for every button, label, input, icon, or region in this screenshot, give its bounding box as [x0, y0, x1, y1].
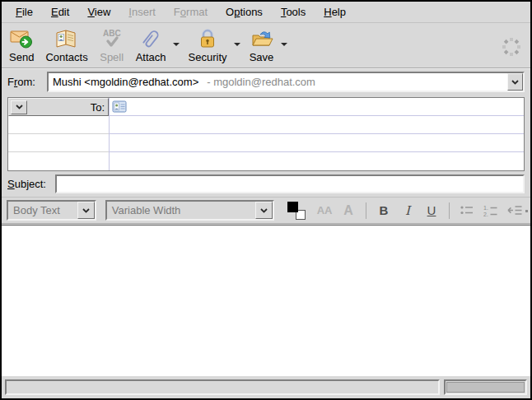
toolbar-overflow-indicator	[525, 210, 528, 212]
main-toolbar: Send Contacts ABC	[2, 23, 530, 68]
paperclip-icon	[140, 27, 161, 50]
spell-label: Spell	[100, 51, 124, 63]
attach-dropdown-arrow[interactable]	[172, 43, 180, 46]
increase-font-size-button[interactable]: A	[338, 201, 359, 221]
attach-label: Attach	[136, 51, 166, 63]
subject-label: Subject:	[7, 178, 55, 190]
recipient-type-label: To:	[91, 101, 105, 114]
empty-recipient-row[interactable]	[8, 152, 524, 170]
font-value: Variable Width	[112, 204, 181, 216]
security-dropdown-arrow[interactable]	[233, 43, 241, 46]
save-folder-icon	[250, 27, 274, 50]
recipient-type-dropdown-arrow[interactable]	[11, 100, 27, 114]
menu-view[interactable]: View	[78, 3, 119, 21]
status-text-panel	[5, 379, 440, 395]
attach-button[interactable]: Attach	[130, 25, 172, 67]
italic-button[interactable]: I	[397, 201, 418, 221]
empty-recipient-row[interactable]	[8, 134, 524, 152]
paragraph-style-value: Body Text	[13, 204, 60, 216]
spell-button[interactable]: ABC Spell	[94, 25, 130, 67]
contacts-button[interactable]: Contacts	[40, 25, 93, 67]
empty-recipient-row[interactable]	[8, 116, 524, 134]
from-identity-value: Mushi <mgoldin@redhat.com>	[53, 76, 198, 88]
numbered-list-button[interactable]: 1. 2.	[480, 201, 502, 221]
font-combobox[interactable]: Variable Width	[105, 200, 275, 221]
save-button[interactable]: Save	[244, 25, 280, 67]
progress-bar-chunk	[446, 382, 525, 393]
send-label: Send	[9, 51, 34, 63]
outdent-button[interactable]	[504, 201, 525, 221]
from-identity-combobox[interactable]: Mushi <mgoldin@redhat.com> - mgoldin@red…	[47, 72, 525, 92]
address-book-icon	[54, 27, 79, 50]
contacts-label: Contacts	[45, 51, 87, 63]
foreground-color-swatch	[287, 202, 298, 212]
contact-card-icon	[112, 100, 127, 113]
save-dropdown-arrow[interactable]	[280, 43, 288, 46]
format-toolbar: Body Text Variable Width AA A B I U	[2, 197, 530, 224]
from-combo-arrow[interactable]	[507, 73, 523, 91]
menu-file[interactable]: File	[7, 3, 42, 21]
security-label: Security	[189, 51, 227, 63]
addressing-widget: To:	[7, 97, 525, 171]
menu-tools[interactable]: Tools	[272, 3, 315, 21]
message-body-editor[interactable]	[2, 225, 530, 376]
menu-insert[interactable]: Insert	[119, 3, 165, 21]
paragraph-style-combobox[interactable]: Body Text	[7, 200, 96, 221]
send-button[interactable]: Send	[3, 25, 40, 67]
menu-help[interactable]: Help	[315, 3, 355, 21]
recipient-address-input[interactable]	[109, 98, 524, 116]
decrease-font-size-button[interactable]: AA	[314, 201, 335, 221]
separator	[366, 202, 366, 219]
menu-edit[interactable]: Edit	[42, 3, 78, 21]
paragraph-style-arrow[interactable]	[77, 202, 95, 219]
recipient-row: To:	[8, 98, 524, 116]
svg-text:2.: 2.	[483, 212, 488, 217]
menu-options[interactable]: Options	[217, 3, 272, 21]
svg-text:ABC: ABC	[103, 29, 121, 38]
bullet-list-button[interactable]	[456, 201, 478, 221]
progress-bar	[444, 379, 527, 395]
compose-window: File Edit View Insert Format Options Too…	[0, 0, 532, 400]
bold-button[interactable]: B	[373, 201, 394, 221]
activity-throbber-icon	[501, 36, 522, 58]
from-identity-secondary: - mgoldin@redhat.com	[207, 76, 315, 88]
svg-text:1.: 1.	[483, 205, 488, 211]
separator	[449, 202, 450, 219]
subject-row: Subject:	[2, 171, 530, 197]
menubar: File Edit View Insert Format Options Too…	[2, 2, 530, 23]
text-color-picker[interactable]	[287, 202, 306, 220]
menu-format[interactable]: Format	[165, 3, 217, 21]
font-combo-arrow[interactable]	[255, 202, 273, 219]
subject-input[interactable]	[55, 174, 525, 193]
send-envelope-icon	[10, 27, 33, 50]
padlock-icon	[198, 27, 217, 50]
recipient-type-selector[interactable]: To:	[8, 98, 109, 116]
security-button[interactable]: Security	[183, 25, 233, 67]
statusbar	[2, 376, 530, 398]
from-row: From: Mushi <mgoldin@redhat.com> - mgold…	[2, 68, 530, 95]
save-label: Save	[250, 51, 274, 63]
from-label: From:	[7, 76, 47, 88]
spell-check-icon: ABC	[100, 27, 124, 50]
underline-button[interactable]: U	[421, 201, 442, 221]
